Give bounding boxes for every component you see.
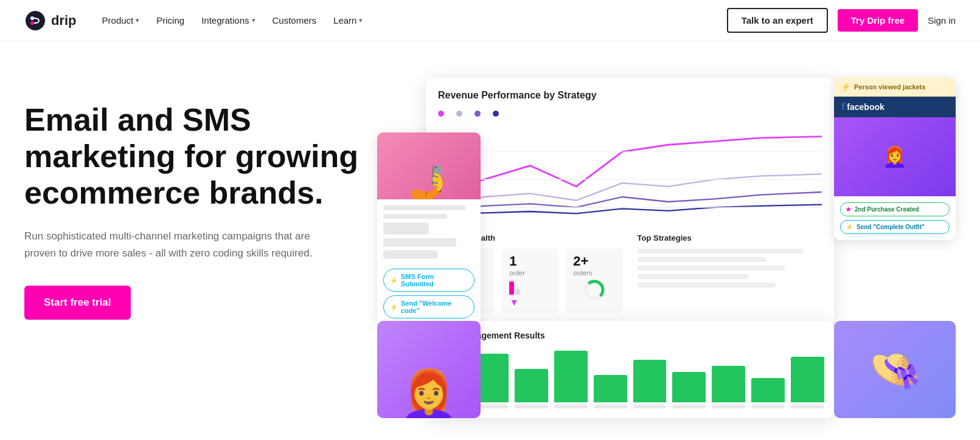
journey-section: Journey Health 0 orders ▼ — [438, 233, 822, 313]
nav-customers[interactable]: Customers — [266, 10, 323, 30]
navigation: drip Product ▾ Pricing Integrations ▾ Cu… — [0, 0, 980, 41]
hero-title: Email and SMS marketing for growing ecom… — [24, 102, 365, 211]
fb-strategies: ★ 2nd Purchase Created ⚡ Send "Complete … — [834, 196, 956, 240]
hero-section: Email and SMS marketing for growing ecom… — [0, 41, 980, 440]
bar-label — [712, 405, 745, 408]
strategies-title: Top Strategies — [638, 233, 822, 242]
email-engagement-card: Email Engagement Results — [426, 321, 834, 418]
bar-label — [672, 405, 706, 408]
hero-dashboard: 🤳 ⚡ SMS Form Submitted ⚡ Send "Welcome c… — [377, 78, 956, 418]
order-label: order — [509, 269, 551, 277]
try-drip-free-button[interactable]: Try Drip free — [838, 9, 918, 32]
bar-label — [554, 405, 588, 408]
nav-pricing[interactable]: Pricing — [150, 10, 190, 30]
email-bar — [712, 366, 745, 402]
fb-tag-text: Person viewed jackets — [854, 83, 925, 91]
facebook-icon: f — [841, 101, 844, 112]
sign-in-button[interactable]: Sign in — [928, 15, 956, 26]
fb-banner-label: facebook — [847, 102, 884, 112]
line-placeholder — [383, 250, 438, 259]
nav-right: Talk to an expert Try Drip free Sign in — [727, 8, 956, 33]
strat-line — [638, 266, 785, 270]
complete-outfit-button[interactable]: ⚡ Send "Complete Outfit" — [840, 220, 950, 234]
chart-title: Revenue Performance by Strategy — [438, 90, 822, 101]
email-bar — [672, 372, 706, 402]
legend-dot — [474, 111, 481, 117]
chevron-down-icon: ▾ — [136, 16, 139, 24]
talk-to-expert-button[interactable]: Talk to an expert — [727, 8, 828, 33]
lightning-icon: ⚡ — [846, 224, 853, 230]
workflow-content — [377, 199, 481, 269]
person-icon: 👩‍🦰 — [398, 367, 459, 418]
fb-image: 👩‍🦰 — [834, 117, 956, 196]
send-welcome-code-button[interactable]: ⚡ Send "Welcome code" — [383, 295, 474, 318]
legend-item — [438, 111, 444, 117]
legend-item — [456, 111, 462, 117]
bar-label — [791, 405, 824, 408]
bar-label — [594, 405, 627, 408]
logo[interactable]: drip — [24, 10, 77, 32]
line-placeholder — [383, 205, 465, 210]
strategy-lines — [638, 249, 822, 287]
legend-dot — [493, 111, 499, 117]
strategy-label: 2nd Purchase Created — [855, 206, 919, 213]
hero-subtitle: Run sophisticated multi-channel marketin… — [24, 228, 316, 261]
start-free-trial-button[interactable]: Start free trial — [24, 286, 131, 320]
strat-line — [638, 274, 748, 279]
nav-product[interactable]: Product ▾ — [96, 10, 146, 30]
workflow-buttons: ⚡ SMS Form Submitted ⚡ Send "Welcome cod… — [377, 269, 481, 325]
strat-line — [638, 257, 766, 262]
2nd-purchase-button[interactable]: ★ 2nd Purchase Created — [840, 202, 950, 216]
email-bars — [436, 348, 824, 402]
lightning-icon: ⚡ — [390, 304, 397, 311]
nav-left: drip Product ▾ Pricing Integrations ▾ Cu… — [24, 10, 369, 32]
nav-integrations[interactable]: Integrations ▾ — [195, 10, 261, 30]
legend-dot — [438, 111, 444, 117]
order-label: orders — [573, 269, 615, 277]
order-bars — [509, 280, 551, 295]
svg-point-0 — [26, 11, 45, 30]
trend-down-icon: ▼ — [509, 297, 519, 308]
nav-learn[interactable]: Learn ▾ — [327, 10, 369, 30]
donut-chart — [573, 279, 615, 301]
star-icon: ★ — [846, 206, 851, 213]
order-count: 2+ — [573, 253, 615, 269]
legend-dot — [456, 111, 462, 117]
email-bar-labels — [436, 405, 824, 408]
workflow-image: 🤳 — [377, 132, 481, 199]
email-bar — [554, 351, 588, 402]
chart-legend — [438, 111, 822, 117]
line-placeholder — [383, 214, 447, 219]
strat-line — [638, 249, 804, 253]
sms-form-submitted-button[interactable]: ⚡ SMS Form Submitted — [383, 269, 474, 292]
logo-text: drip — [51, 13, 77, 29]
legend-item — [493, 111, 499, 117]
revenue-chart-svg — [438, 124, 822, 221]
revenue-chart-card: Revenue Performance by Strategy — [426, 78, 834, 325]
orders-2: 2+ orders — [566, 249, 622, 313]
legend-item — [474, 111, 481, 117]
order-count: 1 — [509, 253, 551, 269]
svg-point-2 — [30, 21, 34, 25]
line-placeholder — [383, 238, 456, 247]
hero-left: Email and SMS marketing for growing ecom… — [24, 78, 365, 320]
bar — [509, 281, 514, 295]
person-icon: 👒 — [869, 345, 922, 394]
lightning-icon: ⚡ — [390, 277, 397, 284]
line-placeholder — [383, 222, 429, 235]
fb-banner: f facebook — [834, 97, 956, 117]
strat-line — [638, 283, 776, 287]
facebook-card: ⚡ Person viewed jackets f facebook 👩‍🦰 ★… — [834, 78, 956, 240]
bar-label — [751, 405, 785, 408]
email-title: Email Engagement Results — [436, 331, 824, 340]
nav-links: Product ▾ Pricing Integrations ▾ Custome… — [96, 10, 369, 30]
chevron-down-icon: ▾ — [359, 16, 363, 24]
strategy-label: Send "Complete Outfit" — [857, 224, 925, 230]
lightning-icon: ⚡ — [841, 83, 850, 91]
email-bar — [594, 375, 627, 402]
bottom-right-photo: 👒 — [834, 321, 956, 418]
email-bar — [751, 378, 785, 402]
workflow-card: 🤳 ⚡ SMS Form Submitted ⚡ Send "Welcome c… — [377, 132, 481, 325]
top-strategies: Top Strategies — [623, 233, 822, 313]
person-icon: 👩‍🦰 — [883, 145, 907, 168]
